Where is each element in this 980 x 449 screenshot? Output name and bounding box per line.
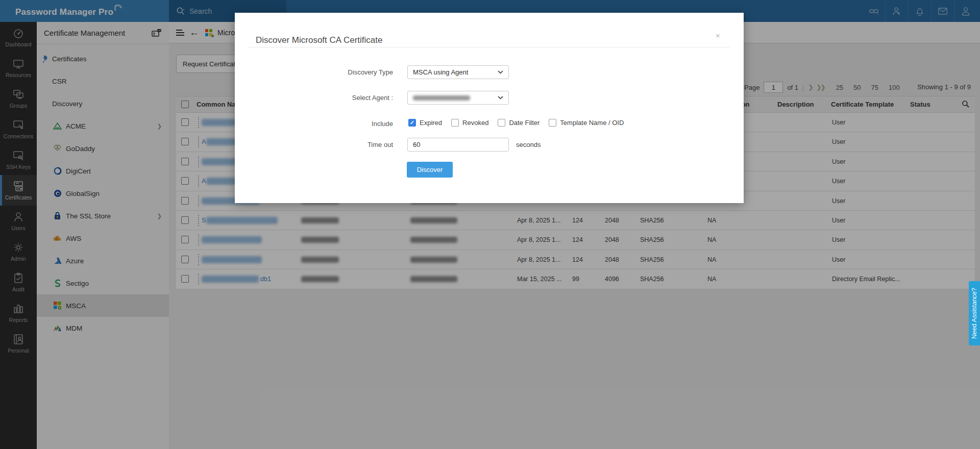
include-options: ✓ExpiredRevokedDate FilterTemplate Name … (408, 119, 624, 127)
checkbox-revoked[interactable]: Revoked (451, 119, 488, 127)
need-assistance-label: Need Assistance? (971, 288, 978, 339)
checkbox-date-filter[interactable]: Date Filter (498, 119, 540, 127)
checkbox-expired[interactable]: ✓Expired (408, 119, 442, 127)
discovery-type-value: MSCA using Agent (413, 68, 468, 76)
checkbox-label: Template Name / OID (560, 119, 624, 127)
agent-value-redacted (413, 95, 470, 101)
timeout-label: Time out (235, 141, 393, 148)
timeout-unit: seconds (516, 141, 541, 148)
select-agent-label: Select Agent : (235, 94, 393, 102)
checkbox-template-name-oid[interactable]: Template Name / OID (549, 119, 624, 127)
discover-button[interactable]: Discover (407, 162, 453, 178)
chevron-down-icon (498, 96, 503, 99)
close-icon[interactable]: × (716, 31, 720, 40)
modal-divider (249, 47, 730, 47)
need-assistance-tab[interactable]: Need Assistance? (969, 281, 980, 345)
chevron-down-icon (498, 70, 503, 74)
modal-title: Discover Microsoft CA Certificate (256, 35, 382, 45)
unchecked-checkbox-icon (451, 119, 459, 127)
discover-msca-modal: Discover Microsoft CA Certificate × Disc… (235, 13, 744, 203)
checkbox-label: Date Filter (509, 119, 540, 127)
discovery-type-select[interactable]: MSCA using Agent (407, 65, 509, 79)
select-agent-select[interactable] (407, 91, 509, 105)
checkbox-label: Expired (420, 119, 442, 127)
unchecked-checkbox-icon (549, 119, 556, 127)
checked-checkbox-icon: ✓ (408, 119, 416, 127)
checkbox-label: Revoked (462, 119, 488, 127)
include-label: Include (235, 120, 393, 128)
discovery-type-label: Discovery Type (235, 68, 393, 76)
unchecked-checkbox-icon (498, 119, 505, 127)
timeout-input[interactable] (407, 138, 509, 152)
